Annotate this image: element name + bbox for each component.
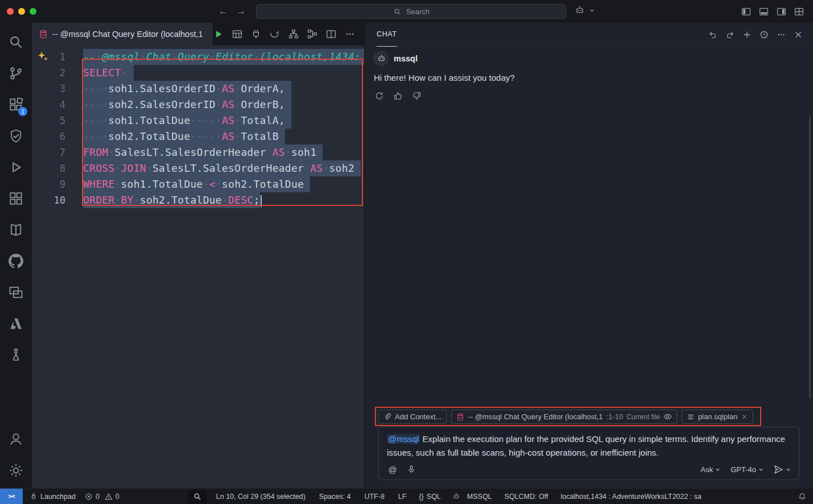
context-chip-plan-file[interactable]: plan.sqlplan	[682, 410, 753, 424]
more-actions-icon[interactable]	[776, 30, 786, 39]
sidebar-item-testing[interactable]	[2, 122, 30, 150]
sidebar-item-source-control[interactable]	[2, 60, 30, 87]
launchpad-button[interactable]: Launchpad	[30, 489, 76, 504]
mssql-status[interactable]: MSSQL	[467, 489, 492, 504]
notifications-bell-icon[interactable]	[798, 489, 806, 504]
add-context-button[interactable]: Add Context...	[378, 410, 447, 424]
sidebar-item-run-debug[interactable]	[2, 154, 30, 181]
sidebar-item-mssql[interactable]	[2, 341, 30, 369]
selected-text: SELECT·	[83, 65, 134, 81]
regenerate-icon[interactable]	[374, 90, 384, 101]
copilot-status-button[interactable]	[452, 489, 460, 504]
indentation-indicator[interactable]: Spaces: 4	[319, 489, 351, 504]
sidebar-item-grid-explorer[interactable]	[2, 185, 30, 212]
sidebar-item-search[interactable]	[2, 28, 30, 56]
code-line[interactable]: 4····soh2.SalesOrderID·AS·OrderB,	[32, 97, 364, 113]
query-plan-icon[interactable]	[307, 29, 317, 39]
estimated-plan-icon[interactable]	[288, 29, 299, 39]
navigate-back-icon[interactable]: ←	[218, 6, 228, 17]
code-line[interactable]: 3····soh1.SalesOrderID·AS·OrderA,	[32, 81, 364, 97]
sidebar-item-github[interactable]	[2, 247, 30, 275]
database-icon	[456, 413, 464, 421]
eol-indicator[interactable]: LF	[398, 489, 407, 504]
more-actions-icon[interactable]	[345, 29, 355, 39]
redo-icon[interactable]	[725, 30, 734, 39]
chat-input-box[interactable]: @mssql Explain the execution plan for th…	[378, 427, 799, 480]
zoom-indicator[interactable]	[188, 490, 207, 503]
code-line[interactable]: 9WHERE·soh1.TotalDue·<·soh2.TotalDue	[32, 176, 364, 192]
editor-tab[interactable]: -- @mssql Chat Query Editor (localhost,1	[32, 23, 213, 46]
global-search-input[interactable]: Search	[256, 4, 566, 19]
zoom-window-button[interactable]	[30, 8, 36, 15]
account-button[interactable]	[2, 425, 30, 453]
close-icon[interactable]	[793, 30, 803, 39]
copilot-account-button[interactable]	[575, 5, 597, 15]
split-editor-icon[interactable]	[326, 29, 336, 39]
undo-icon[interactable]	[708, 30, 717, 39]
chat-message-text: Hi there! How can I assist you today?	[374, 73, 804, 82]
code-line[interactable]: 5····soh1.TotalDue·····AS·TotalA,	[32, 113, 364, 129]
sidebar-item-azure[interactable]	[2, 310, 30, 337]
sidebar-item-notebooks[interactable]	[2, 216, 30, 243]
search-icon	[9, 35, 23, 49]
connect-icon[interactable]	[251, 29, 261, 39]
testing-icon	[9, 129, 23, 143]
warning-count: 0	[115, 493, 119, 501]
remove-context-icon[interactable]	[741, 413, 748, 420]
close-window-button[interactable]	[7, 8, 14, 15]
cursor-position[interactable]: Ln 10, Col 29 (354 selected)	[216, 489, 306, 504]
minimize-window-button[interactable]	[18, 8, 25, 15]
new-chat-icon[interactable]	[742, 30, 752, 39]
mention-context-icon[interactable]: @	[387, 464, 398, 475]
code-line[interactable]: 7FROM·SalesLT.SalesOrderHeader·AS·soh1	[32, 144, 364, 160]
code-line[interactable]: 1--·@mssql·Chat·Query·Editor·(localhost,…	[32, 49, 364, 65]
settings-button[interactable]	[2, 457, 30, 484]
paperclip-icon	[383, 413, 391, 421]
sqlcmd-status[interactable]: SQLCMD: Off	[505, 489, 548, 504]
microphone-icon[interactable]	[406, 464, 417, 475]
launchpad-label: Launchpad	[40, 493, 76, 501]
chevron-down-icon	[587, 5, 597, 15]
customize-layout-icon[interactable]	[794, 6, 804, 16]
toggle-secondary-sidebar-icon[interactable]	[776, 6, 786, 16]
thumbs-up-icon[interactable]	[393, 90, 403, 101]
status-bar: >< Launchpad 0 0 Ln 10, Col 29 (354 sele…	[0, 488, 813, 504]
thumbs-down-icon[interactable]	[411, 90, 422, 101]
plan-chip-label: plan.sqlplan	[698, 412, 737, 421]
activity-bar: 1	[0, 23, 32, 488]
history-icon[interactable]	[759, 30, 769, 39]
code-line[interactable]: 6····soh2.TotalDue·····AS·TotalB	[32, 129, 364, 144]
tab-chat[interactable]: CHAT	[377, 23, 397, 47]
copilot-sparkle-icon[interactable]	[36, 50, 49, 63]
editor[interactable]: 1--·@mssql·Chat·Query·Editor·(localhost,…	[32, 46, 364, 488]
eye-icon[interactable]	[663, 412, 672, 421]
code-line[interactable]: 2SELECT·	[32, 65, 364, 81]
chat-prompt-text[interactable]: @mssql Explain the execution plan for th…	[387, 432, 791, 460]
sidebar-item-extensions[interactable]: 1	[2, 91, 30, 118]
results-grid-icon[interactable]	[232, 29, 242, 39]
language-indicator[interactable]: {} SQL	[419, 489, 440, 504]
ask-mode-dropdown[interactable]: Ask	[701, 465, 721, 474]
toggle-primary-sidebar-icon[interactable]	[741, 6, 751, 16]
code-line[interactable]: 10ORDER·BY·soh2.TotalDue·DESC;	[32, 192, 364, 208]
file-lines-icon	[687, 413, 695, 421]
chat-panel: CHAT	[364, 23, 813, 488]
connection-status[interactable]: localhost,1434 : AdventureWorksLT2022 : …	[560, 489, 701, 504]
remote-indicator[interactable]: ><	[0, 489, 23, 504]
vscode-window: ← → Search	[0, 0, 813, 504]
editor-code: 1--·@mssql·Chat·Query·Editor·(localhost,…	[32, 49, 364, 208]
code-line[interactable]: 8CROSS·JOIN·SalesLT.SalesOrderHeader·AS·…	[32, 160, 364, 176]
context-chip-current-file[interactable]: -- @mssql Chat Query Editor (localhost,1…	[451, 410, 677, 424]
encoding-indicator[interactable]: UTF-8	[364, 489, 384, 504]
problems-indicator[interactable]: 0 0	[85, 489, 119, 504]
navigate-forward-icon[interactable]: →	[236, 6, 246, 17]
chat-scrollbar[interactable]	[809, 117, 811, 398]
change-connection-icon[interactable]	[270, 29, 280, 39]
execute-query-button[interactable]	[213, 29, 224, 39]
send-button[interactable]	[774, 465, 791, 474]
toggle-panel-icon[interactable]	[758, 6, 769, 16]
model-dropdown[interactable]: GPT-4o	[731, 465, 764, 474]
sidebar-item-remote-explorer[interactable]	[2, 279, 30, 306]
selected-text: WHERE·soh1.TotalDue·<·soh2.TotalDue	[83, 176, 310, 192]
database-icon	[39, 30, 48, 39]
